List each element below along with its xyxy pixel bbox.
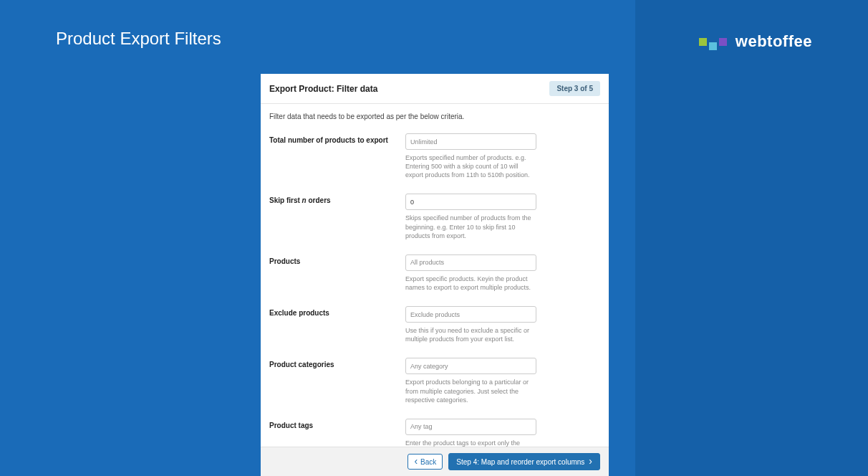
row-total-products: Total number of products to export Expor…: [269, 133, 600, 179]
help-product-categories: Export products belonging to a particula…: [405, 378, 538, 404]
exclude-products-input[interactable]: [405, 306, 536, 323]
panel-footer: Back Step 4: Map and reorder export colu…: [261, 447, 609, 476]
export-panel: Export Product: Filter data Step 3 of 5 …: [261, 74, 609, 476]
chevron-left-icon: [414, 457, 418, 466]
help-exclude-products: Use this if you need to exclude a specif…: [405, 326, 538, 343]
back-button[interactable]: Back: [408, 454, 443, 470]
brand-sidebar: [635, 0, 868, 476]
label-product-categories: Product categories: [269, 358, 405, 404]
row-product-tags: Product tags Enter the product tags to e…: [269, 419, 600, 447]
intro-text: Filter data that needs to be exported as…: [269, 113, 600, 120]
product-categories-input[interactable]: [405, 358, 536, 374]
label-products: Products: [269, 254, 405, 292]
help-total-products: Exports specified number of products. e.…: [405, 153, 538, 179]
total-products-input[interactable]: [405, 133, 536, 150]
chevron-right-icon: [589, 457, 592, 466]
label-total-products: Total number of products to export: [269, 133, 405, 179]
next-button-label: Step 4: Map and reorder export columns: [456, 458, 584, 466]
panel-body: Filter data that needs to be exported as…: [261, 104, 609, 447]
products-input[interactable]: [405, 254, 536, 271]
row-product-categories: Product categories Export products belon…: [269, 358, 600, 404]
step-badge: Step 3 of 5: [549, 81, 600, 96]
help-skip-first: Skips specified number of products from …: [405, 214, 538, 239]
panel-title: Export Product: Filter data: [269, 84, 377, 94]
back-button-label: Back: [420, 458, 436, 466]
product-tags-input[interactable]: [405, 419, 536, 435]
next-step-button[interactable]: Step 4: Map and reorder export columns: [448, 453, 600, 470]
panel-header: Export Product: Filter data Step 3 of 5: [261, 74, 609, 104]
help-product-tags: Enter the product tags to export only th…: [405, 439, 538, 447]
label-exclude-products: Exclude products: [269, 306, 405, 343]
row-exclude-products: Exclude products Use this if you need to…: [269, 306, 600, 343]
brand-logo: webtoffee: [699, 32, 812, 51]
page-title: Product Export Filters: [56, 29, 221, 49]
label-skip-first: Skip first n orders: [269, 194, 405, 239]
skip-first-input[interactable]: [405, 194, 536, 210]
brand-name: webtoffee: [736, 32, 812, 51]
logo-icon: [699, 38, 727, 46]
row-products: Products Export specific products. Keyin…: [269, 254, 600, 292]
help-products: Export specific products. Keyin the prod…: [405, 275, 538, 292]
label-product-tags: Product tags: [269, 419, 405, 447]
row-skip-first: Skip first n orders Skips specified numb…: [269, 194, 600, 239]
